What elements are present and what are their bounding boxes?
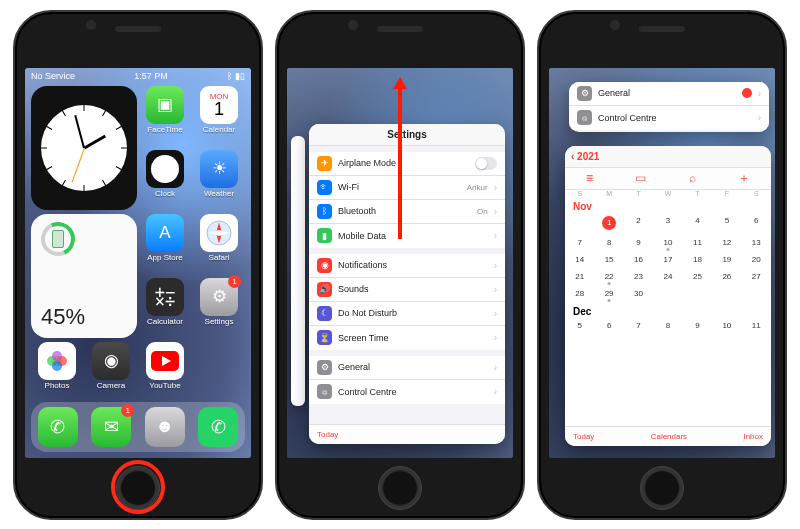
app-calendar[interactable]: MON 1 Calendar bbox=[193, 86, 245, 146]
app-weather[interactable]: ☀︎ Weather bbox=[193, 150, 245, 210]
cal-day[interactable]: 5 bbox=[712, 212, 741, 234]
weekday-header: SMTWTFS bbox=[565, 190, 771, 197]
cal-day[interactable]: 6 bbox=[742, 212, 771, 234]
badge: 1 bbox=[121, 404, 134, 417]
card-peek-calendar[interactable] bbox=[291, 136, 305, 406]
widget-batteries[interactable]: 45% bbox=[31, 214, 137, 338]
switcher-card-calendar[interactable]: ‹ 2021 ≡ ▭ ⌕ ＋ SMTWTFS Nov 1234567891011… bbox=[565, 146, 771, 446]
cal-day[interactable]: 7 bbox=[565, 234, 594, 251]
footer-inbox[interactable]: Inbox bbox=[743, 432, 763, 441]
app-calculator[interactable]: +−×÷ Calculator bbox=[139, 278, 191, 338]
footer-calendars[interactable]: Calendars bbox=[651, 432, 687, 441]
cal-day[interactable]: 20 bbox=[742, 251, 771, 268]
app-clock[interactable]: Clock bbox=[139, 150, 191, 210]
cal-day[interactable]: 14 bbox=[565, 251, 594, 268]
cal-day[interactable]: 17 bbox=[653, 251, 682, 268]
switcher-card-settings[interactable]: ⚙︎ Settings ‹2021 Settings ✈︎Airplane Mo… bbox=[309, 124, 505, 444]
cal-day[interactable]: 3 bbox=[653, 212, 682, 234]
cal-day[interactable]: 9 bbox=[624, 234, 653, 251]
cal-day[interactable]: 27 bbox=[742, 268, 771, 285]
cal-day[interactable]: 11 bbox=[742, 317, 771, 334]
youtube-icon bbox=[146, 342, 184, 380]
toolbar-list-icon[interactable]: ≡ bbox=[586, 171, 593, 185]
cal-day[interactable]: 19 bbox=[712, 251, 741, 268]
switcher-card-settings-peek[interactable]: ⚙︎General›⌾Control Centre› bbox=[569, 82, 769, 132]
app-camera[interactable]: ◉ Camera bbox=[85, 342, 137, 402]
app-youtube[interactable]: YouTube bbox=[139, 342, 191, 402]
widget-clock[interactable]: /*ticks drawn below via shared script*/ bbox=[31, 86, 137, 210]
app-switch-stage[interactable]: ⚙︎ Settings ‹2021 Settings ✈︎Airplane Mo… bbox=[287, 68, 513, 458]
calendar-grid-dec[interactable]: 567891011 bbox=[565, 317, 771, 334]
dock: ✆ ✉︎ 1 ☻ ✆ bbox=[31, 402, 245, 452]
settings-row-airplane-mode[interactable]: ✈︎Airplane Mode bbox=[309, 152, 505, 176]
app-safari[interactable]: Safari bbox=[193, 214, 245, 274]
app-photos[interactable]: Photos bbox=[31, 342, 83, 402]
chevron-right-icon: › bbox=[758, 112, 761, 123]
cal-day[interactable]: 7 bbox=[624, 317, 653, 334]
settings-row-control-centre[interactable]: ⌾Control Centre› bbox=[569, 106, 769, 130]
home-button[interactable] bbox=[116, 466, 160, 510]
settings-row-mobile-data[interactable]: ▮Mobile Data› bbox=[309, 224, 505, 248]
cal-day[interactable]: 26 bbox=[712, 268, 741, 285]
cal-day[interactable]: 25 bbox=[683, 268, 712, 285]
settings-row-wi-fi[interactable]: ᯤWi-FiAnkur› bbox=[309, 176, 505, 200]
home-button[interactable] bbox=[378, 466, 422, 510]
cell-icon: ▮ bbox=[317, 228, 332, 243]
footer-today[interactable]: Today bbox=[573, 432, 594, 441]
cal-day[interactable]: 9 bbox=[683, 317, 712, 334]
settings-row-general[interactable]: ⚙︎General› bbox=[309, 356, 505, 380]
toggle[interactable] bbox=[475, 157, 497, 170]
cal-day[interactable]: 11 bbox=[683, 234, 712, 251]
svg-point-7 bbox=[52, 351, 62, 361]
cal-day[interactable]: 1 bbox=[594, 212, 623, 234]
dock-messages[interactable]: ✉︎ 1 bbox=[91, 407, 131, 447]
cal-day[interactable]: 2 bbox=[624, 212, 653, 234]
cal-day[interactable]: 10 bbox=[653, 234, 682, 251]
cal-day[interactable]: 29 bbox=[594, 285, 623, 302]
settings-row-bluetooth[interactable]: ᛒBluetoothOn› bbox=[309, 200, 505, 224]
cal-day[interactable]: 24 bbox=[653, 268, 682, 285]
app-settings[interactable]: ⚙︎ 1 Settings bbox=[193, 278, 245, 338]
cal-day[interactable]: 6 bbox=[594, 317, 623, 334]
chevron-right-icon: › bbox=[494, 230, 497, 241]
settings-row-general[interactable]: ⚙︎General› bbox=[569, 82, 769, 106]
settings-row-control-centre[interactable]: ⌾Control Centre› bbox=[309, 380, 505, 404]
cal-day[interactable]: 28 bbox=[565, 285, 594, 302]
toolbar-search-icon[interactable]: ⌕ bbox=[689, 171, 696, 185]
row-label: General bbox=[598, 88, 736, 98]
settings-row-screen-time[interactable]: ⏳Screen Time› bbox=[309, 326, 505, 350]
cal-day[interactable]: 15 bbox=[594, 251, 623, 268]
cal-day[interactable]: 10 bbox=[712, 317, 741, 334]
settings-row-notifications[interactable]: ◉Notifications› bbox=[309, 254, 505, 278]
app-switch-stage[interactable]: ⚙︎General›⌾Control Centre› ‹ 2021 ≡ ▭ ⌕ … bbox=[549, 68, 775, 458]
cal-day[interactable]: 13 bbox=[742, 234, 771, 251]
cal-day[interactable]: 21 bbox=[565, 268, 594, 285]
wifi-icon: ᯤ bbox=[317, 180, 332, 195]
settings-row-sounds[interactable]: 🔊Sounds› bbox=[309, 278, 505, 302]
dock-contacts[interactable]: ☻ bbox=[145, 407, 185, 447]
dock-whatsapp[interactable]: ✆ bbox=[198, 407, 238, 447]
dock-phone[interactable]: ✆ bbox=[38, 407, 78, 447]
cal-day[interactable]: 5 bbox=[565, 317, 594, 334]
cal-day[interactable]: 16 bbox=[624, 251, 653, 268]
cal-day[interactable]: 23 bbox=[624, 268, 653, 285]
cal-day[interactable]: 18 bbox=[683, 251, 712, 268]
settings-row-do-not-disturb[interactable]: ☾Do Not Disturb› bbox=[309, 302, 505, 326]
calendar-grid-nov[interactable]: 1234567891011121314151617181920212223242… bbox=[565, 212, 771, 302]
app-facetime[interactable]: ▣ FaceTime bbox=[139, 86, 191, 146]
toolbar-day-icon[interactable]: ▭ bbox=[635, 171, 646, 185]
cal-day[interactable]: 12 bbox=[712, 234, 741, 251]
row-value: Ankur bbox=[467, 183, 488, 192]
cal-day[interactable]: 22 bbox=[594, 268, 623, 285]
cal-day[interactable]: 8 bbox=[653, 317, 682, 334]
back-year[interactable]: ‹ 2021 bbox=[571, 151, 599, 162]
home-button[interactable] bbox=[640, 466, 684, 510]
cal-day[interactable]: 30 bbox=[624, 285, 653, 302]
screen: No Service 1:57 PM ᛒ ▮▯ /*ticks drawn be… bbox=[25, 68, 251, 458]
cal-day[interactable]: 8 bbox=[594, 234, 623, 251]
app-appstore[interactable]: A App Store bbox=[139, 214, 191, 274]
toolbar-add-icon[interactable]: ＋ bbox=[738, 170, 750, 187]
footer-today[interactable]: Today bbox=[309, 424, 505, 444]
settings-icon: ⚙︎ 1 bbox=[200, 278, 238, 316]
cal-day[interactable]: 4 bbox=[683, 212, 712, 234]
